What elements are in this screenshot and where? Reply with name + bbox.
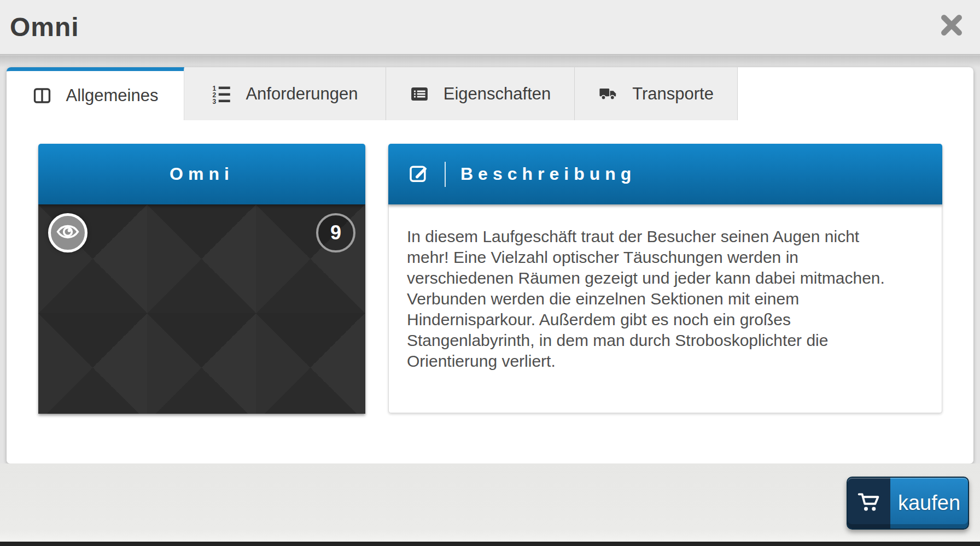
tab-transporte[interactable]: Transporte [575, 67, 738, 120]
tab-eigenschaften[interactable]: Eigenschaften [386, 67, 575, 120]
modal-footer: kaufen [0, 463, 980, 542]
buy-button-label: kaufen [890, 478, 968, 529]
header-divider [445, 162, 446, 187]
svg-text:3: 3 [213, 98, 217, 104]
tab-label: Allgemeines [66, 86, 159, 105]
tab-bar: Allgemeines 1 2 3 Anforderungen [7, 67, 973, 120]
edit-icon [408, 162, 430, 186]
description-card-header: Beschreibung [388, 144, 942, 204]
modal-body-panel: Allgemeines 1 2 3 Anforderungen [7, 67, 973, 463]
description-text: In diesem Laufgeschäft traut der Besuche… [407, 226, 925, 372]
attraction-card-header: Omni [38, 144, 365, 204]
close-icon [939, 13, 964, 40]
eye-icon [56, 220, 80, 246]
description-body: In diesem Laufgeschäft traut der Besuche… [388, 204, 942, 413]
close-button[interactable] [936, 11, 967, 42]
bottom-edge-bar [0, 542, 980, 546]
buy-button[interactable]: kaufen [847, 477, 969, 530]
preview-eye-button[interactable] [48, 213, 88, 253]
tab-anforderungen[interactable]: 1 2 3 Anforderungen [184, 67, 386, 120]
truck-icon [598, 84, 618, 104]
modal-title: Omni [10, 12, 79, 42]
ordered-list-icon: 1 2 3 [212, 84, 231, 104]
modal-header: Omni [0, 0, 980, 55]
capacity-badge: 9 [316, 213, 355, 253]
tab-label: Anforderungen [246, 84, 358, 104]
list-alt-icon [410, 84, 429, 104]
header-shadow-strip [0, 55, 980, 67]
tab-allgemeines[interactable]: Allgemeines [7, 67, 184, 120]
cart-icon [857, 490, 881, 516]
tab-content-allgemeines: Omni 9 [7, 120, 973, 463]
tab-label: Transporte [632, 84, 714, 104]
description-title: Beschreibung [460, 164, 636, 184]
capacity-value: 9 [330, 221, 341, 244]
attraction-name: Omni [170, 164, 234, 184]
attraction-preview-image: 9 [38, 204, 365, 414]
columns-icon [32, 86, 52, 105]
description-card: Beschreibung In diesem Laufgeschäft trau… [388, 144, 942, 413]
tab-label: Eigenschaften [444, 84, 551, 104]
buy-button-icon-segment [848, 478, 890, 529]
attraction-card: Omni 9 [38, 144, 365, 414]
